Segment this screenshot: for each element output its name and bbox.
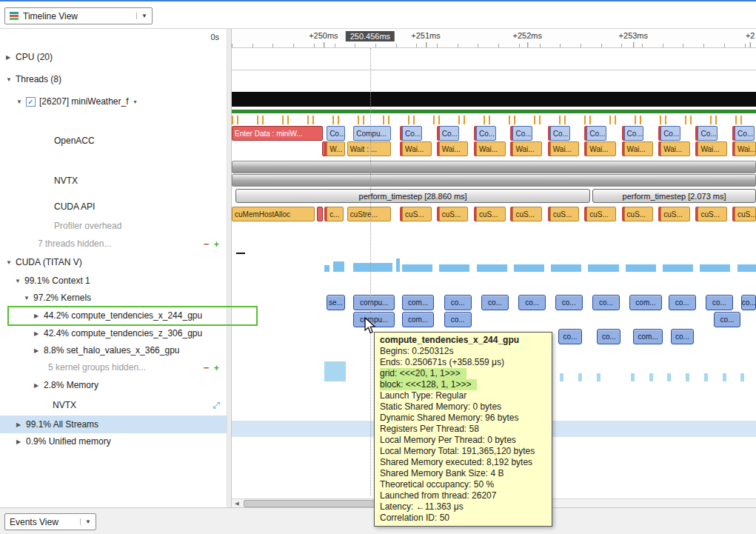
scroll-left-button[interactable]: ◀ [232,499,242,507]
openacc-range-bar[interactable]: Co... [550,126,570,141]
kernel-bar[interactable]: se... [327,295,345,310]
cuda-api-bar[interactable]: cuMemHostAlloc [232,207,315,221]
kernel-bar[interactable]: co... [592,295,620,310]
kernel-bar[interactable]: co... [518,295,546,310]
tree-arrow-icon[interactable]: ▼ [15,278,24,284]
gpu-utilization-bar[interactable] [396,258,399,272]
sidebar-splitter[interactable] [227,29,232,507]
memory-transfer-bar[interactable] [686,373,689,381]
cuda-api-bar[interactable]: cuS... [402,207,432,221]
restore-hidden-button[interactable]: + [213,362,219,373]
memory-transfer-bar[interactable] [704,373,708,381]
memory-transfer-bar[interactable] [631,373,635,381]
thread-state-bar[interactable] [232,92,756,107]
dropdown-arrow-icon[interactable]: ▼ [136,13,147,19]
sidebar-row[interactable]: ✓ CUDA API ▾ −+ ⤢ [0,198,227,215]
openacc-wait-bar[interactable]: Wai... [550,141,580,156]
openacc-wait-bar[interactable]: Wai... [476,141,506,156]
kernel-bar[interactable]: com... [402,295,434,310]
openacc-range-bar[interactable]: Co... [476,126,496,141]
tree-arrow-icon[interactable]: ▶ [34,382,44,389]
restore-hidden-button[interactable]: + [213,238,219,250]
memory-transfer-bar[interactable] [324,361,347,381]
openacc-range-bar[interactable]: Enter Data : miniW... [232,126,323,141]
kernel-bar[interactable]: compu... [353,312,395,327]
memory-transfer-bar[interactable] [560,373,563,381]
nvtx-range-bar[interactable]: perform_timestep [28.860 ms] [235,189,590,203]
timeline-view-dropdown[interactable]: Timeline View ▼ [4,7,153,24]
cuda-api-bar[interactable]: cuS... [586,207,616,221]
hide-row-button[interactable]: − [204,362,210,373]
memory-transfer-bar[interactable] [740,373,744,381]
openacc-wait-bar[interactable]: Wai... [624,141,654,156]
tree-arrow-icon[interactable]: ▶ [16,438,26,445]
kernel-bar[interactable]: co... [597,329,620,344]
gpu-utilization-bar[interactable] [477,264,507,272]
memory-transfer-bar[interactable] [667,373,671,381]
sidebar-row[interactable]: ✓ 7 threads hidden... ▾ −+ ⤢ [0,236,227,252]
sidebar-row[interactable]: ✓ 5 kernel groups hidden... ▾ −+ ⤢ [0,359,227,376]
tree-arrow-icon[interactable]: ▶ [16,421,26,428]
cuda-api-bar[interactable]: cuS... [550,207,580,221]
kernel-bar[interactable]: co... [669,295,696,310]
openacc-wait-bar[interactable]: Wait : ... [347,141,391,156]
nvtx-depth-bar-2[interactable] [232,174,756,187]
sidebar-row[interactable]: ▶ ✓ 2.8% Memory ▾ −+ ⤢ [0,377,227,393]
cuda-api-bar[interactable]: cuS... [476,207,506,221]
row-menu-icon[interactable]: ▾ [134,99,137,105]
openacc-range-bar[interactable]: Co... [735,126,755,141]
gpu-utilization-bar[interactable] [588,264,618,272]
gpu-utilization-bar[interactable] [333,261,345,272]
sidebar-row[interactable]: ▼ ✓ 97.2% Kernels ▾ −+ ⤢ [0,290,227,306]
tree-arrow-icon[interactable]: ▶ [34,330,44,337]
tree-arrow-icon[interactable]: ▶ [34,347,44,354]
openacc-range-bar[interactable]: Co... [512,126,532,141]
gpu-utilization-bar[interactable] [353,263,392,272]
memory-transfer-bar[interactable] [649,373,653,381]
nvtx-depth-bar-1[interactable] [232,161,756,173]
dropdown-arrow-icon[interactable]: ▼ [80,518,91,525]
sidebar-row[interactable]: ✓ OpenACC ▾ −+ ⤢ [0,133,227,149]
openacc-range-bar[interactable]: Co... [402,126,422,141]
kernel-bar[interactable]: co... [714,312,741,327]
gpu-utilization-bar[interactable] [737,264,756,272]
openacc-range-bar[interactable]: Co... [624,126,644,141]
tree-arrow-icon[interactable]: ▼ [6,76,16,83]
sidebar-row[interactable]: ▼ ✓ 99.1% Context 1 ▾ −+ ⤢ [0,273,227,289]
openacc-wait-bar[interactable]: Wai... [402,141,432,156]
openacc-range-bar[interactable]: Co... [660,126,680,141]
tree-arrow-icon[interactable]: ▼ [24,295,33,301]
kernel-bar[interactable]: com... [633,329,663,344]
sidebar-row[interactable]: ▼ ✓ CUDA (TITAN V) ▾ −+ ⤢ [0,254,227,270]
openacc-wait-bar[interactable]: Wai... [735,141,756,156]
sidebar-row[interactable]: ▶ ✓ 0.9% Unified memory ▾ −+ ⤢ [0,433,227,450]
openacc-wait-bar[interactable]: Wai... [439,141,469,156]
kernel-bar[interactable]: co... [671,329,695,344]
cuda-api-bar[interactable] [317,207,323,221]
cuda-api-bar[interactable]: cuStre... [347,207,391,221]
cuda-api-bar[interactable]: cuS... [439,207,469,221]
memory-transfer-bar[interactable] [578,373,582,381]
openacc-wait-bar[interactable]: Wai... [512,141,542,156]
cuda-api-bar[interactable]: cuS... [698,207,727,221]
openacc-range-bar[interactable]: Compu... [353,126,391,141]
tree-arrow-icon[interactable]: ▶ [34,313,44,319]
kernel-bar[interactable]: co... [481,295,509,310]
openacc-wait-bar[interactable]: Wai... [586,141,616,156]
gpu-utilization-bar[interactable] [439,264,469,272]
memory-transfer-bar[interactable] [723,373,726,381]
openacc-range-bar[interactable]: Co... [698,126,717,141]
gpu-utilization-bar[interactable] [626,264,656,272]
sidebar-row[interactable]: ▼ ✓ [26207] miniWeather_f ▾ −+ ⤢ [0,93,227,110]
kernel-bar[interactable]: co... [706,295,733,310]
kernel-bar[interactable]: co... [444,312,472,327]
kernel-bar[interactable]: co... [444,295,472,310]
sidebar-row[interactable]: ▼ ✓ Threads (8) ▾ −+ ⤢ [0,71,227,87]
tree-arrow-icon[interactable]: ▼ [6,259,16,266]
openacc-wait-bar[interactable]: Wai... [660,141,690,156]
cuda-api-bar[interactable]: cuS... [512,207,542,221]
cuda-api-bar[interactable]: cuS... [735,207,756,221]
sidebar-row[interactable]: ✓ Profiler overhead ▾ −+ ⤢ [0,218,227,234]
openacc-wait-bar[interactable]: W... [327,141,345,156]
kernel-bar[interactable]: compu... [353,295,395,310]
